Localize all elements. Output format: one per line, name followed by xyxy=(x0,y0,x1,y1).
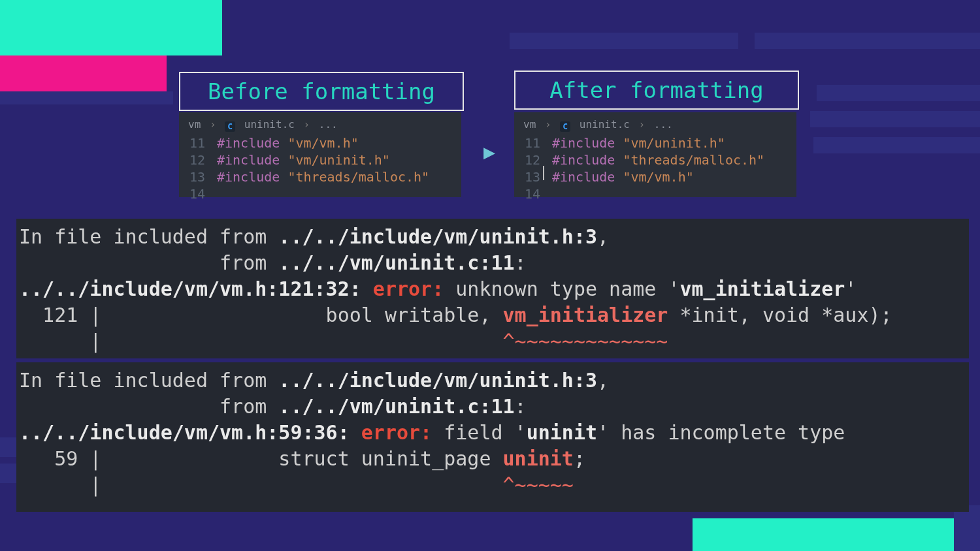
code-editor-before: vm › C uninit.c › ... 11#include "vm/vm.… xyxy=(179,112,461,197)
code-line: 13#include "threads/malloc.h" xyxy=(179,168,461,185)
code-line: 11#include "vm/vm.h" xyxy=(179,134,461,151)
decor-stripe xyxy=(755,33,980,49)
code-line: 12#include "threads/malloc.h" xyxy=(514,151,796,168)
terminal-output-1: In file included from ../../include/vm/u… xyxy=(16,219,969,358)
chevron-right-icon: › xyxy=(639,118,645,131)
chevron-right-icon: › xyxy=(545,118,551,131)
arrow-right-icon: ▶ xyxy=(483,140,495,163)
title-after: After formatting xyxy=(514,71,799,110)
breadcrumb-file: uninit.c xyxy=(244,118,295,131)
text-cursor xyxy=(543,166,544,180)
code-editor-after: vm › C uninit.c › ... 11#include "vm/uni… xyxy=(514,112,796,197)
decor-teal-block xyxy=(0,0,222,55)
decor-stripe xyxy=(0,91,173,104)
chevron-right-icon: › xyxy=(304,118,310,131)
breadcrumb-folder: vm xyxy=(188,118,201,131)
code-line: 14 xyxy=(179,185,461,202)
breadcrumb-file: uninit.c xyxy=(580,118,630,131)
breadcrumb: vm › C uninit.c › ... xyxy=(179,112,461,134)
c-file-icon: C xyxy=(225,121,235,132)
code-line: 14 xyxy=(514,185,796,202)
decor-teal-bottom xyxy=(693,518,954,551)
title-before: Before formatting xyxy=(179,72,464,111)
chevron-right-icon: › xyxy=(210,118,216,131)
code-line: 12#include "vm/uninit.h" xyxy=(179,151,461,168)
c-file-icon: C xyxy=(560,121,570,132)
decor-stripe xyxy=(810,111,980,127)
code-line: 13#include "vm/vm.h" xyxy=(514,168,796,185)
decor-magenta-block xyxy=(0,55,167,91)
breadcrumb-more: ... xyxy=(654,118,673,131)
decor-stripe xyxy=(813,137,980,153)
decor-stripe xyxy=(817,85,980,101)
breadcrumb-folder: vm xyxy=(523,118,536,131)
decor-stripe xyxy=(510,33,738,49)
decor-navy-bottom xyxy=(954,505,980,551)
terminal-output-2: In file included from ../../include/vm/u… xyxy=(16,362,969,512)
code-line: 11#include "vm/uninit.h" xyxy=(514,134,796,151)
breadcrumb-more: ... xyxy=(319,118,338,131)
breadcrumb: vm › C uninit.c › ... xyxy=(514,112,796,134)
